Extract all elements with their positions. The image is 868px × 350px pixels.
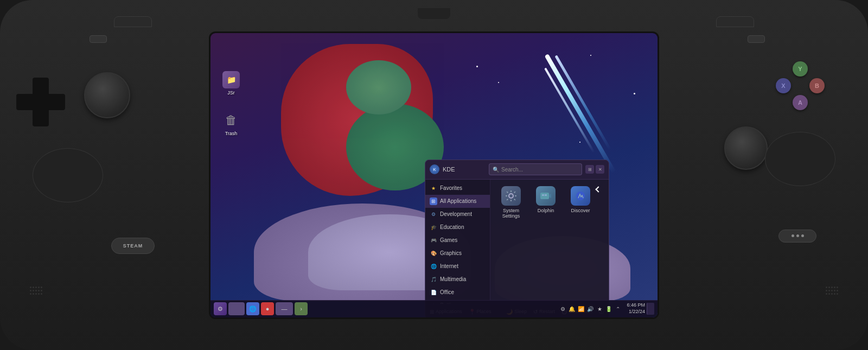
- taskbar-window-3[interactable]: ●: [261, 302, 274, 315]
- show-desktop-button[interactable]: [647, 303, 654, 315]
- sidebar-item-graphics[interactable]: 🎨 Graphics: [425, 247, 490, 260]
- kde-logo: K: [430, 164, 439, 174]
- vent-right: [826, 287, 838, 295]
- menu-button[interactable]: [748, 35, 765, 43]
- star: [476, 66, 478, 67]
- search-box[interactable]: 🔍 Search...: [489, 163, 582, 175]
- app-launcher-button[interactable]: ⚙: [214, 302, 227, 315]
- right-top-buttons: [748, 35, 765, 43]
- kde-menu: K KDE 🔍 Search... ⊞ ✕: [425, 160, 609, 317]
- right-joystick[interactable]: [724, 126, 768, 170]
- taskbar-window-5[interactable]: ›: [295, 302, 308, 315]
- menu-body: ★ Favorites ⊞ All Applications ⚙ Develop…: [425, 180, 609, 304]
- menu-apps-area: System Settings: [490, 180, 609, 304]
- dpad[interactable]: [16, 78, 65, 126]
- desktop-icon-trash[interactable]: 🗑 Trash: [215, 112, 247, 136]
- search-placeholder: Search...: [501, 167, 523, 173]
- button-x[interactable]: X: [776, 78, 791, 93]
- taskbar-clock[interactable]: 6:46 PM 1/22/24: [623, 302, 645, 315]
- tray-icon-settings[interactable]: ⚙: [559, 305, 566, 313]
- sidebar-item-education[interactable]: 🎓 Education: [425, 221, 490, 234]
- taskbar: ⚙ 🌐 ● — › ⚙ 🔔 📶 🔊 ★ 🔋 ⌃ 6:46 PM: [210, 300, 658, 317]
- right-touchpad[interactable]: [765, 132, 835, 186]
- button-b[interactable]: B: [809, 78, 825, 93]
- face-buttons: Y X B A: [776, 61, 825, 110]
- star: [579, 142, 580, 143]
- tray-icon-star[interactable]: ★: [596, 305, 603, 313]
- left-controller: STEAM: [0, 23, 179, 327]
- menu-header: K KDE 🔍 Search... ⊞ ✕: [425, 160, 609, 180]
- app-icon-system-settings[interactable]: System Settings: [495, 184, 527, 222]
- svg-point-0: [509, 194, 513, 198]
- sidebar-item-all-applications[interactable]: ⊞ All Applications: [425, 195, 490, 208]
- sidebar-item-favorites[interactable]: ★ Favorites: [425, 182, 490, 195]
- desktop-icon-jsr[interactable]: 📁 JSr: [215, 71, 247, 96]
- star: [498, 82, 499, 83]
- sidebar-item-multimedia[interactable]: 🎵 Multimedia: [425, 273, 490, 286]
- app-label-dolphin: Dolphin: [538, 208, 554, 214]
- tray-icon-battery[interactable]: 🔋: [605, 305, 612, 313]
- sidebar-item-games[interactable]: 🎮 Games: [425, 234, 490, 247]
- menu-close-btn[interactable]: ✕: [596, 165, 604, 174]
- menu-sidebar: ★ Favorites ⊞ All Applications ⚙ Develop…: [425, 180, 490, 304]
- tray-icon-network[interactable]: 📶: [577, 305, 585, 313]
- app-icon-discover[interactable]: Discover: [564, 184, 597, 222]
- system-tray: ⚙ 🔔 📶 🔊 ★ 🔋 ⌃: [559, 305, 622, 313]
- taskbar-window-4[interactable]: —: [276, 302, 293, 315]
- left-joystick[interactable]: [84, 72, 130, 118]
- tray-icon-more[interactable]: ⌃: [614, 305, 622, 313]
- app-label-system-settings: System Settings: [496, 208, 526, 220]
- vent-left: [30, 287, 42, 295]
- select-button[interactable]: [90, 35, 107, 43]
- desktop: 📁 JSr 🗑 Trash K KDE 🔍 Search...: [210, 33, 658, 317]
- sidebar-item-internet[interactable]: 🌐 Internet: [425, 260, 490, 273]
- left-top-buttons: [90, 35, 107, 43]
- taskbar-window-2[interactable]: 🌐: [246, 302, 259, 315]
- screen: 📁 JSr 🗑 Trash K KDE 🔍 Search...: [209, 31, 659, 319]
- left-touchpad[interactable]: [33, 148, 103, 202]
- button-a[interactable]: A: [793, 95, 808, 110]
- search-icon: 🔍: [493, 167, 499, 173]
- sidebar-item-development[interactable]: ⚙ Development: [425, 208, 490, 221]
- sidebar-item-office[interactable]: 📄 Office: [425, 286, 490, 299]
- taskbar-window-1[interactable]: [228, 302, 245, 315]
- app-icon-dolphin[interactable]: Dolphin: [529, 184, 562, 222]
- app-label-discover: Discover: [571, 208, 590, 214]
- kde-menu-title: KDE: [443, 166, 486, 173]
- tray-icon-notifications[interactable]: 🔔: [568, 305, 576, 313]
- steam-button[interactable]: STEAM: [111, 238, 155, 254]
- menu-grid-btn[interactable]: ⊞: [585, 165, 594, 174]
- svg-rect-2: [542, 194, 544, 196]
- steam-deck-device: STEAM: [0, 0, 868, 350]
- menu-header-buttons: ⊞ ✕: [585, 165, 604, 174]
- button-y[interactable]: Y: [793, 61, 808, 77]
- svg-rect-3: [545, 194, 547, 196]
- star: [590, 55, 591, 56]
- star: [634, 93, 635, 94]
- tray-icon-volume[interactable]: 🔊: [586, 305, 594, 313]
- right-controller: Y X B A: [689, 23, 868, 327]
- three-dots-button[interactable]: [778, 230, 816, 243]
- top-notch: [418, 8, 450, 19]
- cloud-red: [281, 44, 433, 196]
